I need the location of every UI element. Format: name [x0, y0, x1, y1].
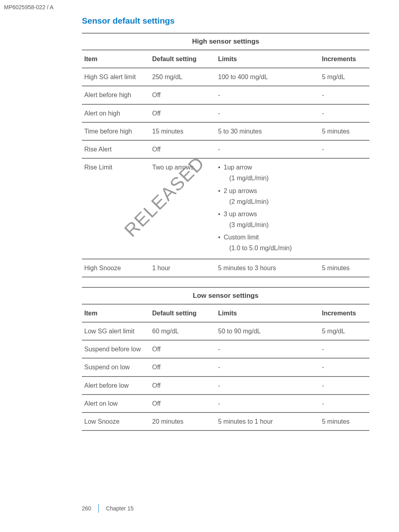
cell-default: Off: [150, 104, 216, 122]
cell-item: Rise Limit: [82, 158, 150, 259]
col-header-item: Item: [82, 50, 150, 68]
cell-increments: -: [320, 395, 369, 412]
cell-item: Alert on low: [82, 395, 150, 412]
cell-default: Off: [150, 340, 216, 358]
cell-increments: [320, 158, 369, 259]
list-item-sub: (1 mg/dL/min): [224, 173, 317, 183]
table-row: Rise Alert Off - -: [82, 140, 369, 158]
cell-default: 20 minutes: [150, 412, 216, 430]
table-row: Low Snooze 20 minutes 5 minutes to 1 hou…: [82, 412, 369, 430]
cell-limits: -: [216, 377, 320, 395]
cell-increments: 5 mg/dL: [320, 322, 369, 340]
list-item: 2 up arrows(2 mg/dL/min): [218, 185, 317, 207]
cell-increments: 5 minutes: [320, 259, 369, 277]
cell-limits: -: [216, 104, 320, 122]
col-header-default: Default setting: [150, 304, 216, 322]
cell-increments: 5 mg/dL: [320, 68, 369, 86]
cell-increments: -: [320, 140, 369, 158]
cell-default: 1 hour: [150, 259, 216, 277]
cell-default: Off: [150, 395, 216, 412]
list-item-sub: (3 mg/dL/min): [224, 219, 317, 230]
table-row: Alert on low Off - -: [82, 395, 369, 412]
cell-limits: 100 to 400 mg/dL: [216, 68, 320, 86]
cell-item: Alert before high: [82, 86, 150, 104]
cell-limits: -: [216, 395, 320, 412]
list-item: 3 up arrows(3 mg/dL/min): [218, 209, 317, 230]
section-title: Sensor default settings: [82, 16, 369, 26]
list-item-text: 2 up arrows: [224, 187, 257, 194]
cell-limits: 5 minutes to 1 hour: [216, 412, 320, 430]
cell-item: Low Snooze: [82, 412, 150, 430]
cell-item: Alert on high: [82, 104, 150, 122]
list-item: 1up arrow(1 mg/dL/min): [218, 162, 317, 183]
list-item-text: Custom limit: [224, 234, 259, 241]
cell-limits: 5 to 30 minutes: [216, 122, 320, 140]
cell-item: Suspend before low: [82, 340, 150, 358]
col-header-increments: Increments: [320, 50, 369, 68]
cell-increments: 5 minutes: [320, 412, 369, 430]
col-header-default: Default setting: [150, 50, 216, 68]
high-settings-table: Item Default setting Limits Increments H…: [82, 50, 369, 277]
table-row: Alert before low Off - -: [82, 377, 369, 395]
cell-item: High SG alert limit: [82, 68, 150, 86]
cell-item: Low SG alert limit: [82, 322, 150, 340]
limits-list: 1up arrow(1 mg/dL/min) 2 up arrows(2 mg/…: [218, 162, 317, 254]
cell-increments: -: [320, 86, 369, 104]
table-row: Time before high 15 minutes 5 to 30 minu…: [82, 122, 369, 140]
cell-item: High Snooze: [82, 259, 150, 277]
col-header-limits: Limits: [216, 50, 320, 68]
list-item: Custom limit(1.0 to 5.0 mg/dL/min): [218, 232, 317, 253]
cell-item: Time before high: [82, 122, 150, 140]
table-row: High Snooze 1 hour 5 minutes to 3 hours …: [82, 259, 369, 277]
table-row: Low SG alert limit 60 mg/dL 50 to 90 mg/…: [82, 322, 369, 340]
cell-default: Off: [150, 358, 216, 376]
cell-item: Alert before low: [82, 377, 150, 395]
cell-default: 250 mg/dL: [150, 68, 216, 86]
list-item-text: 3 up arrows: [224, 211, 257, 217]
table-row: Suspend on low Off - -: [82, 358, 369, 376]
footer: 260 Chapter 15: [82, 504, 134, 513]
list-item-sub: (2 mg/dL/min): [224, 196, 317, 207]
chapter-label: Chapter 15: [106, 505, 133, 512]
page-number: 260: [82, 505, 98, 512]
cell-default: Two up arrows: [150, 158, 216, 259]
table-title-high: High sensor settings: [82, 33, 369, 50]
table-gap: [82, 277, 369, 287]
document-id: MP6025958-022 / A: [4, 4, 54, 10]
cell-limits: 50 to 90 mg/dL: [216, 322, 320, 340]
cell-default: Off: [150, 377, 216, 395]
cell-default: Off: [150, 86, 216, 104]
table-row: Suspend before low Off - -: [82, 340, 369, 358]
cell-increments: -: [320, 358, 369, 376]
table-title-low: Low sensor settings: [82, 287, 369, 304]
table-row: Rise Limit Two up arrows 1up arrow(1 mg/…: [82, 158, 369, 259]
cell-limits: -: [216, 140, 320, 158]
cell-limits: -: [216, 358, 320, 376]
cell-increments: -: [320, 340, 369, 358]
list-item-text: 1up arrow: [224, 164, 252, 171]
cell-item: Rise Alert: [82, 140, 150, 158]
cell-increments: -: [320, 377, 369, 395]
table-row: Alert before high Off - -: [82, 86, 369, 104]
col-header-limits: Limits: [216, 304, 320, 322]
table-header-row: Item Default setting Limits Increments: [82, 304, 369, 322]
cell-limits: 5 minutes to 3 hours: [216, 259, 320, 277]
cell-increments: 5 minutes: [320, 122, 369, 140]
cell-item: Suspend on low: [82, 358, 150, 376]
cell-limits: -: [216, 340, 320, 358]
cell-default: 60 mg/dL: [150, 322, 216, 340]
list-item-sub: (1.0 to 5.0 mg/dL/min): [224, 243, 317, 253]
cell-default: 15 minutes: [150, 122, 216, 140]
table-header-row: Item Default setting Limits Increments: [82, 50, 369, 68]
main-content: Sensor default settings High sensor sett…: [82, 16, 369, 431]
cell-default: Off: [150, 140, 216, 158]
cell-limits: 1up arrow(1 mg/dL/min) 2 up arrows(2 mg/…: [216, 158, 320, 259]
table-row: High SG alert limit 250 mg/dL 100 to 400…: [82, 68, 369, 86]
col-header-increments: Increments: [320, 304, 369, 322]
footer-divider: [98, 504, 99, 513]
cell-limits: -: [216, 86, 320, 104]
cell-increments: -: [320, 104, 369, 122]
low-settings-table: Item Default setting Limits Increments L…: [82, 304, 369, 431]
col-header-item: Item: [82, 304, 150, 322]
table-row: Alert on high Off - -: [82, 104, 369, 122]
